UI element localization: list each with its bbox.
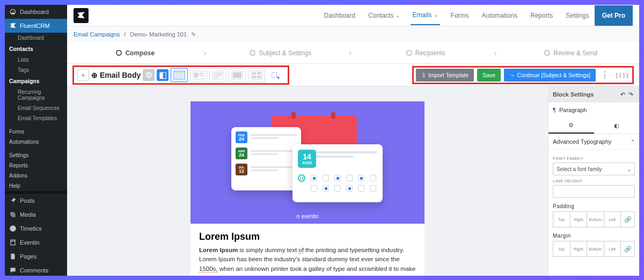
wp-comments[interactable]: Comments [5, 263, 67, 276]
import-template-button[interactable]: ⇩Import Template [416, 69, 474, 82]
layout-option-2[interactable] [190, 68, 207, 82]
sub-lists[interactable]: Lists [5, 55, 67, 65]
svg-rect-12 [214, 76, 219, 77]
gear-icon[interactable]: ⚙ [143, 69, 155, 81]
wp-eventin[interactable]: Eventin [5, 235, 67, 249]
smartcode-button[interactable]: { ( ) } [614, 72, 630, 78]
crumb-root[interactable]: Email Campaigns [74, 31, 120, 38]
layout-option-3[interactable] [209, 68, 226, 82]
wizard-steps: Compose › Subject & Settings › Recipient… [67, 42, 639, 64]
nav-settings[interactable]: Settings [564, 6, 591, 25]
step-review[interactable]: Review & Send [503, 49, 640, 57]
highlight-right: ⇩Import Template Save →Continue [Subject… [412, 66, 634, 84]
link-icon[interactable]: 🔗 [621, 241, 635, 257]
layout-option-4[interactable] [229, 68, 246, 82]
continue-button[interactable]: →Continue [Subject & Settings] [504, 69, 596, 82]
calendar-icon [9, 239, 17, 246]
tab-style[interactable]: ⚙ [548, 117, 594, 134]
undo-icon[interactable]: ↶ [619, 91, 627, 98]
wp-media[interactable]: Media [5, 208, 67, 222]
add-block-button[interactable]: + [77, 69, 89, 81]
sub-forms[interactable]: Forms [5, 127, 67, 137]
save-button[interactable]: Save [477, 69, 501, 82]
step-compose[interactable]: Compose [67, 49, 204, 57]
more-menu-button[interactable]: ⋮ [599, 70, 611, 80]
settings-title: Block Settings [553, 91, 594, 98]
edit-icon[interactable]: ✎ [191, 31, 196, 38]
step-recipients[interactable]: Recipients [357, 49, 494, 57]
ring-number: 14 [298, 174, 305, 182]
sub-contacts[interactable]: Contacts [5, 43, 67, 55]
layout-option-5[interactable] [248, 68, 265, 82]
sub-tags[interactable]: Tags [5, 65, 67, 75]
hero-list-card: FEB24 APR24 JUL12 [231, 127, 301, 190]
padding-top[interactable]: Top [553, 211, 570, 227]
sub-settings[interactable]: Settings [5, 150, 67, 160]
sub-campaigns[interactable]: Campaigns [5, 75, 67, 87]
margin-top[interactable]: Top [553, 241, 570, 257]
padding-label: Padding [553, 203, 635, 209]
padding-right[interactable]: Right [570, 211, 588, 227]
wp-pages[interactable]: Pages [5, 249, 67, 263]
article-title[interactable]: Lorem Ipsum [191, 224, 425, 246]
wp-timetics[interactable]: Timetics [5, 222, 67, 235]
article-body[interactable]: Lorem Ipsum is simply dummy text of the … [191, 246, 425, 276]
chevron-down-icon: ⌄ [396, 12, 400, 18]
globe-icon: ⊕ [91, 71, 98, 79]
app-logo[interactable] [74, 8, 89, 23]
view-icon[interactable]: ◧ [157, 69, 169, 81]
chevron-right-icon: › [204, 48, 213, 58]
nav-contacts[interactable]: Contacts⌄ [366, 6, 401, 25]
chevron-up-icon: ⌃ [631, 139, 635, 145]
padding-bottom[interactable]: Bottom [587, 211, 604, 227]
margin-bottom[interactable]: Bottom [587, 241, 604, 257]
svg-rect-17 [257, 72, 261, 75]
email-canvas[interactable]: FEB24 APR24 JUL12 14AUG 14 [67, 86, 548, 276]
wp-fluentcrm[interactable]: FluentCRM [5, 19, 67, 33]
sub-recurring[interactable]: Recurring Campaigns [5, 87, 67, 103]
margin-right[interactable]: Right [570, 241, 588, 257]
tab-appearance[interactable]: ◐ [594, 117, 640, 134]
sub-dashboard[interactable]: Dashboard [5, 33, 67, 43]
editor-toolbar: + ⊕ Email Body ⚙ ◧ ⇩Import Template Save… [67, 64, 639, 86]
email-preview: FEB24 APR24 JUL12 14AUG 14 [191, 101, 425, 276]
padding-left[interactable]: Left [604, 211, 621, 227]
svg-rect-4 [175, 76, 184, 77]
line-height-input[interactable] [553, 185, 635, 198]
layout-option-1[interactable] [171, 68, 188, 82]
sub-templates[interactable]: Email Templates [5, 113, 67, 123]
svg-rect-7 [199, 72, 203, 74]
email-body-label: ⊕ Email Body [91, 71, 141, 79]
margin-left[interactable]: Left [604, 241, 621, 257]
step-subject[interactable]: Subject & Settings [213, 49, 349, 57]
fluentcrm-icon [9, 22, 17, 30]
sub-addons[interactable]: Addons [5, 171, 67, 181]
get-pro-button[interactable]: Get Pro [595, 5, 633, 26]
clock-icon [9, 225, 17, 232]
layout-drag-icon[interactable] [267, 68, 284, 82]
svg-rect-3 [175, 75, 184, 76]
app-topbar: Dashboard Contacts⌄ Emails⌄ Forms Automa… [67, 5, 639, 26]
chevron-down-icon: ⌄ [434, 12, 438, 18]
sub-sequences[interactable]: Email Sequences [5, 103, 67, 113]
wp-posts[interactable]: Posts [5, 194, 67, 208]
font-family-select[interactable]: Select a font family ⌄ [553, 163, 635, 175]
eventin-logo: eventin [296, 213, 318, 219]
svg-rect-11 [214, 75, 223, 76]
nav-reports[interactable]: Reports [528, 6, 555, 25]
nav-forms[interactable]: Forms [449, 6, 471, 25]
sub-automations[interactable]: Automations [5, 137, 67, 147]
accordion-typography[interactable]: Advanced Typography ⌃ [548, 134, 639, 150]
wp-dashboard[interactable]: Dashboard [5, 5, 67, 19]
sub-help[interactable]: Help [5, 181, 67, 191]
sub-reports[interactable]: Reports [5, 160, 67, 171]
nav-automations[interactable]: Automations [480, 6, 520, 25]
svg-rect-18 [252, 75, 256, 78]
link-icon[interactable]: 🔗 [621, 211, 635, 227]
nav-emails[interactable]: Emails⌄ [411, 6, 440, 25]
font-family-label: FONT FAMILY [553, 156, 635, 161]
svg-rect-6 [194, 72, 198, 77]
redo-icon[interactable]: ↷ [627, 91, 635, 98]
date-badge: 14AUG [298, 150, 316, 168]
nav-dashboard[interactable]: Dashboard [321, 6, 357, 25]
